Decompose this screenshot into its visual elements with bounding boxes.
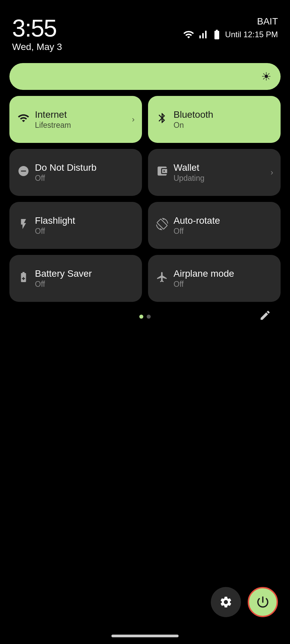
wallet-arrow: › (271, 168, 273, 177)
internet-sublabel: Lifestream (35, 121, 134, 130)
bluetooth-tile-header: Bluetooth On (156, 109, 273, 130)
auto-rotate-tile-header: Auto-rotate Off (156, 215, 273, 236)
airplane-mode-tile[interactable]: Airplane mode Off (148, 255, 281, 302)
bluetooth-icon (156, 112, 168, 127)
bluetooth-label: Bluetooth (174, 109, 273, 120)
internet-arrow: › (132, 115, 135, 124)
wallet-tile[interactable]: Wallet Updating › (148, 149, 281, 196)
battery-saver-tile[interactable]: Battery Saver Off (9, 255, 142, 302)
internet-tile-text: Internet Lifestream (35, 109, 134, 130)
dot-2 (147, 315, 151, 319)
battery-saver-icon (17, 271, 30, 286)
status-left: 3:55 Wed, May 3 (12, 16, 62, 52)
status-bar: 3:55 Wed, May 3 BAIT (0, 0, 290, 58)
auto-rotate-sublabel: Off (174, 227, 273, 236)
battery-saver-sublabel: Off (35, 280, 134, 289)
quick-settings-panel: ☀ Internet Lifestream › (0, 58, 290, 325)
battery-icon (211, 29, 223, 40)
battery-saver-label: Battery Saver (35, 268, 134, 279)
wallet-label: Wallet (174, 162, 273, 173)
wifi-icon (183, 29, 194, 40)
auto-rotate-icon (156, 218, 168, 233)
tile-row-1: Internet Lifestream › Bluetooth On (9, 96, 281, 143)
wallet-sublabel: Updating (174, 174, 273, 183)
settings-button[interactable] (211, 587, 241, 617)
internet-tile[interactable]: Internet Lifestream › (9, 96, 142, 143)
dnd-tile-header: Do Not Disturb Off (17, 162, 134, 183)
brightness-icon: ☀ (261, 70, 271, 83)
wallet-tile-text: Wallet Updating (174, 162, 273, 183)
wallet-icon (156, 165, 168, 180)
flashlight-tile[interactable]: Flashlight Off (9, 202, 142, 249)
dot-1 (139, 315, 143, 319)
date: Wed, May 3 (12, 42, 62, 52)
signal-icon (197, 29, 208, 40)
until-text: Until 12:15 PM (225, 30, 278, 39)
battery-saver-tile-text: Battery Saver Off (35, 268, 134, 289)
bluetooth-tile-text: Bluetooth On (174, 109, 273, 130)
bluetooth-sublabel: On (174, 121, 273, 130)
edit-button[interactable] (259, 309, 271, 324)
dnd-icon (17, 165, 30, 180)
wallet-tile-header: Wallet Updating (156, 162, 273, 183)
flashlight-sublabel: Off (35, 227, 134, 236)
flashlight-tile-header: Flashlight Off (17, 215, 134, 236)
bottom-bar (211, 587, 278, 617)
page-dots (139, 315, 151, 319)
power-button[interactable] (248, 587, 278, 617)
internet-tile-header: Internet Lifestream (17, 109, 134, 130)
airplane-mode-tile-text: Airplane mode Off (174, 268, 273, 289)
do-not-disturb-tile[interactable]: Do Not Disturb Off (9, 149, 142, 196)
airplane-sublabel: Off (174, 280, 273, 289)
internet-label: Internet (35, 109, 134, 120)
flashlight-icon (17, 218, 30, 233)
airplane-icon (156, 271, 168, 286)
dnd-label: Do Not Disturb (35, 162, 134, 173)
dnd-sublabel: Off (35, 174, 134, 183)
auto-rotate-tile-text: Auto-rotate Off (174, 215, 273, 236)
auto-rotate-tile[interactable]: Auto-rotate Off (148, 202, 281, 249)
brightness-bar[interactable]: ☀ (9, 63, 281, 90)
carrier: BAIT (257, 16, 278, 27)
status-icons: Until 12:15 PM (183, 29, 278, 40)
dnd-tile-text: Do Not Disturb Off (35, 162, 134, 183)
tile-row-3: Flashlight Off Auto-rotate Off (9, 202, 281, 249)
flashlight-tile-text: Flashlight Off (35, 215, 134, 236)
qs-footer (9, 308, 281, 325)
flashlight-label: Flashlight (35, 215, 134, 226)
clock: 3:55 (12, 16, 62, 40)
nav-bar (111, 635, 179, 637)
wifi-tile-icon (17, 112, 30, 127)
airplane-tile-header: Airplane mode Off (156, 268, 273, 289)
airplane-label: Airplane mode (174, 268, 273, 279)
auto-rotate-label: Auto-rotate (174, 215, 273, 226)
bluetooth-tile[interactable]: Bluetooth On (148, 96, 281, 143)
tile-row-2: Do Not Disturb Off Wallet Updating › (9, 149, 281, 196)
battery-saver-tile-header: Battery Saver Off (17, 268, 134, 289)
status-right: BAIT Until 12:15 PM (183, 16, 278, 40)
tile-row-4: Battery Saver Off Airplane mode Off (9, 255, 281, 302)
